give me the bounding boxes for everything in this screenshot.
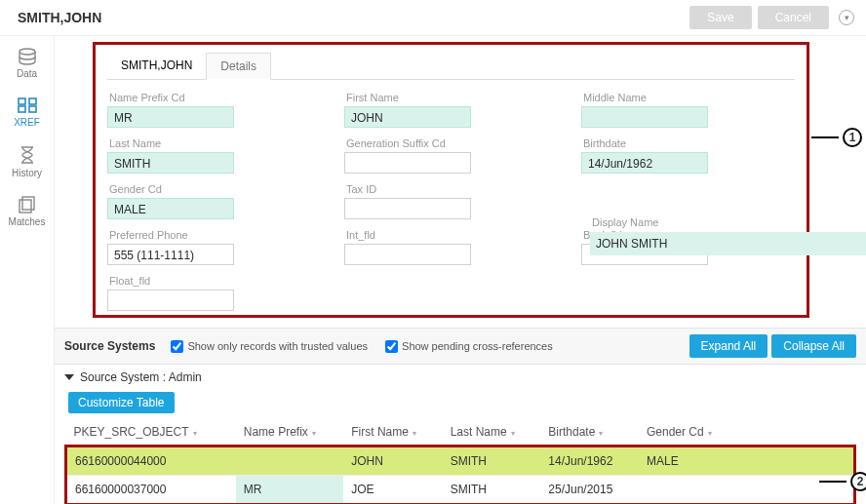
input-last-name[interactable]: SMITH	[107, 152, 234, 174]
collapse-all-button[interactable]: Collapse All	[771, 334, 856, 358]
input-float-fld[interactable]	[107, 290, 234, 311]
svg-rect-4	[29, 106, 36, 112]
field-float-fld: Float_fld	[107, 271, 321, 311]
matches-icon	[18, 196, 37, 213]
chk-trusted-label: Show only records with trusted values	[187, 340, 368, 352]
expand-all-button[interactable]: Expand All	[689, 334, 768, 358]
cell-pkey: 66160000044000	[66, 446, 236, 476]
svg-rect-5	[22, 197, 34, 210]
input-tax-id[interactable]	[344, 198, 471, 219]
field-preferred-phone: Preferred Phone 555 (111-1111)	[107, 225, 321, 265]
svg-rect-6	[20, 200, 31, 213]
svg-rect-3	[19, 106, 25, 112]
cell-first: JOHN	[343, 446, 442, 476]
history-icon	[19, 145, 36, 165]
label-birthdate: Birthdate	[583, 137, 795, 149]
label-tax-id: Tax ID	[346, 183, 558, 195]
source-system-text: Source System : Admin	[80, 370, 202, 384]
cell-last: SMITH	[443, 446, 541, 476]
svg-rect-2	[29, 98, 36, 104]
chk-trusted[interactable]: Show only records with trusted values	[171, 340, 368, 353]
nav-label-data: Data	[17, 68, 37, 79]
chk-trusted-input[interactable]	[171, 340, 183, 353]
nav-label-xref: XREF	[14, 117, 40, 128]
input-name-prefix-cd[interactable]: MR	[107, 106, 234, 128]
form-grid: Name Prefix Cd MR First Name JOHN Middle…	[107, 88, 795, 311]
xref-icon	[17, 97, 38, 114]
tabs: SMITH,JOHN Details	[107, 53, 795, 80]
label-gender-cd: Gender Cd	[109, 183, 321, 195]
field-int-fld: Int_fld	[344, 225, 558, 265]
title-actions: Save Cancel ▾	[689, 6, 854, 29]
nav-item-history[interactable]: History	[0, 137, 54, 188]
chk-pending-input[interactable]	[385, 340, 398, 353]
nav-item-xref[interactable]: XREF	[0, 89, 54, 137]
record-panel: SMITH,JOHN Details Name Prefix Cd MR Fir…	[96, 45, 807, 315]
input-display-name[interactable]: JOHN SMITH	[590, 232, 866, 255]
sort-icon: ▾	[511, 429, 515, 438]
label-preferred-phone: Preferred Phone	[109, 229, 321, 241]
page-title: SMITH,JOHN	[18, 10, 101, 25]
cell-prefix	[236, 446, 343, 476]
input-middle-name[interactable]	[581, 106, 708, 128]
sort-icon: ▾	[312, 429, 316, 438]
input-birthdate[interactable]: 14/Jun/1962	[581, 152, 708, 174]
label-name-prefix-cd: Name Prefix Cd	[109, 92, 321, 103]
form-annotation-border: SMITH,JOHN Details Name Prefix Cd MR Fir…	[93, 42, 809, 318]
chk-pending[interactable]: Show pending cross-references	[385, 340, 553, 353]
input-int-fld[interactable]	[344, 244, 471, 265]
xref-table: PKEY_SRC_OBJECT▾ Name Prefix▾ First Name…	[64, 419, 856, 504]
nav-label-matches: Matches	[9, 216, 46, 227]
cell-first: JOE	[343, 476, 442, 505]
col-gender[interactable]: Gender Cd▾	[639, 419, 738, 446]
cell-gender	[639, 476, 738, 505]
label-first-name: First Name	[346, 92, 558, 103]
col-last[interactable]: Last Name▾	[443, 419, 541, 446]
tab-details[interactable]: Details	[206, 53, 271, 80]
data-icon	[17, 48, 38, 65]
tab-main[interactable]: SMITH,JOHN	[107, 53, 206, 79]
main: 1 SMITH,JOHN Details Name Prefix Cd	[55, 36, 866, 504]
shell: Data XREF History Matches	[0, 36, 866, 504]
input-generation-suffix-cd[interactable]	[344, 152, 471, 174]
sort-icon: ▾	[599, 429, 603, 438]
col-first[interactable]: First Name▾	[343, 419, 442, 446]
label-display-name: Display Name	[592, 216, 658, 228]
source-systems-label: Source Systems	[64, 339, 155, 353]
nav-item-matches[interactable]: Matches	[0, 188, 54, 237]
table-row[interactable]: 66160000037000 MR JOE SMITH 25/Jun/2015	[66, 476, 855, 505]
sort-icon: ▾	[413, 429, 416, 438]
source-system-row[interactable]: Source System : Admin	[55, 365, 866, 390]
title-bar: SMITH,JOHN Save Cancel ▾	[0, 0, 866, 36]
cell-birth: 14/Jun/1962	[540, 446, 639, 476]
cell-last: SMITH	[443, 476, 541, 505]
label-int-fld: Int_fld	[346, 229, 558, 241]
field-birthdate: Birthdate 14/Jun/1962	[581, 134, 795, 174]
cell-birth: 25/Jun/2015	[540, 476, 639, 505]
cell-prefix: MR	[236, 476, 343, 505]
more-menu-icon[interactable]: ▾	[839, 10, 854, 25]
sort-icon: ▾	[708, 429, 712, 438]
col-birth[interactable]: Birthdate▾	[540, 419, 639, 446]
customize-table-button[interactable]: Customize Table	[68, 392, 175, 413]
col-prefix[interactable]: Name Prefix▾	[236, 419, 343, 446]
save-button[interactable]: Save	[689, 6, 751, 29]
input-gender-cd[interactable]: MALE	[107, 198, 234, 219]
nav-label-history: History	[12, 168, 42, 178]
label-middle-name: Middle Name	[583, 92, 795, 103]
cancel-button[interactable]: Cancel	[758, 6, 829, 29]
source-systems-bar: Source Systems Show only records with tr…	[55, 328, 866, 365]
field-display-name: JOHN SMITH	[590, 232, 866, 255]
field-tax-id: Tax ID	[344, 179, 558, 219]
sort-icon: ▾	[193, 429, 197, 438]
label-last-name: Last Name	[109, 137, 321, 149]
field-last-name: Last Name SMITH	[107, 134, 321, 174]
collapse-caret-icon[interactable]	[64, 374, 74, 380]
input-first-name[interactable]: JOHN	[344, 106, 471, 128]
col-pkey[interactable]: PKEY_SRC_OBJECT▾	[66, 419, 236, 446]
callout-1: 1	[811, 128, 862, 147]
nav-item-data[interactable]: Data	[0, 40, 54, 89]
table-row[interactable]: 66160000044000 JOHN SMITH 14/Jun/1962 MA…	[66, 446, 855, 476]
input-preferred-phone[interactable]: 555 (111-1111)	[107, 244, 234, 265]
table-body-annotation: 66160000044000 JOHN SMITH 14/Jun/1962 MA…	[66, 446, 855, 505]
